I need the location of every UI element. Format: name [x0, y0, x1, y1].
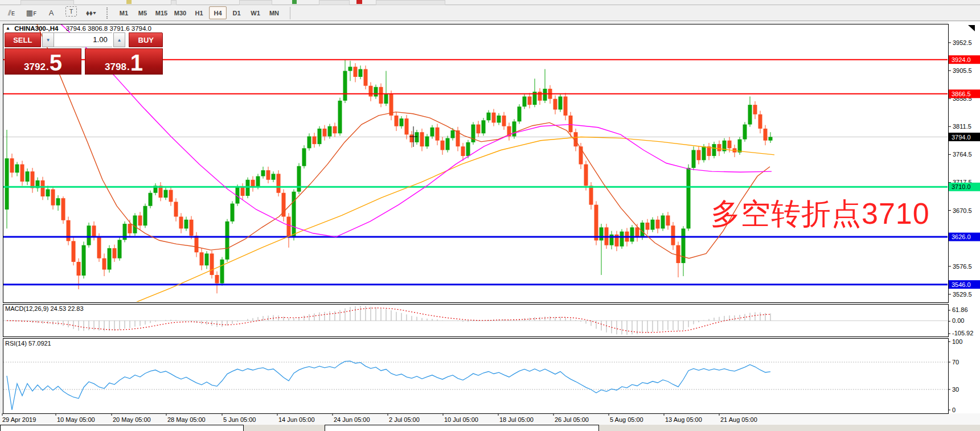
collapse-triangle-icon[interactable]: ▲	[6, 26, 10, 31]
svg-text:26 Jul 05:00: 26 Jul 05:00	[555, 416, 589, 423]
svg-text:3924.0: 3924.0	[952, 56, 971, 63]
cropped-icon	[356, 0, 362, 4]
timeframe-M15[interactable]: M15	[153, 6, 170, 19]
svg-text:10 Jul 05:00: 10 Jul 05:00	[444, 416, 478, 423]
svg-text:3905.5: 3905.5	[953, 67, 972, 74]
timeframe-D1[interactable]: D1	[228, 6, 245, 19]
drawing-tools-group: ⫽ᴇ▦ꜰAT⬧⬧▾	[3, 6, 103, 20]
svg-text:3670.5: 3670.5	[953, 207, 972, 214]
svg-text:3576.5: 3576.5	[953, 263, 972, 270]
macd-values: 24.53 22.83	[50, 305, 83, 312]
ohlc-values: 3794.6 3806.8 3791.6 3794.0	[66, 25, 151, 32]
svg-text:28 May 05:00: 28 May 05:00	[167, 416, 206, 423]
sell-button[interactable]: SELL	[5, 32, 41, 47]
timeframe-H4[interactable]: H4	[209, 6, 227, 19]
svg-text:2 Jul 05:00: 2 Jul 05:00	[389, 416, 420, 423]
svg-text:-105.92: -105.92	[952, 330, 973, 336]
svg-text:0: 0	[952, 407, 956, 413]
upper-toolbar-cropped	[0, 0, 980, 5]
buy-price[interactable]: 3798 . 1	[85, 48, 163, 75]
timeframe-M5[interactable]: M5	[134, 6, 151, 19]
svg-text:3794.0: 3794.0	[952, 134, 971, 141]
svg-text:13 Aug 05:00: 13 Aug 05:00	[665, 416, 702, 423]
timeframe-MN[interactable]: MN	[265, 6, 283, 19]
svg-text:20 May 05:00: 20 May 05:00	[113, 416, 151, 423]
svg-text:61.86: 61.86	[952, 306, 968, 313]
macd-indicator-label: MACD(12,26,9) 24.53 22.83	[5, 305, 84, 312]
svg-text:3546.0: 3546.0	[952, 281, 971, 288]
buy-price-big: 1	[130, 54, 143, 72]
svg-text:10 May 05:00: 10 May 05:00	[57, 416, 95, 423]
svg-text:3626.0: 3626.0	[952, 233, 971, 240]
svg-text:5 Aug 05:00: 5 Aug 05:00	[610, 416, 643, 423]
down-arrow-icon: ▼	[46, 38, 50, 43]
text-icon[interactable]: T	[65, 6, 77, 17]
arrows-icon[interactable]: ⬧⬧▾	[83, 6, 99, 20]
rsi-values: 57.0921	[28, 340, 51, 347]
svg-text:30: 30	[952, 386, 959, 393]
sell-price-dot: .	[46, 62, 49, 72]
sell-price-big: 5	[50, 54, 62, 72]
svg-text:70: 70	[952, 359, 959, 366]
svg-text:18 Jul 05:00: 18 Jul 05:00	[499, 416, 534, 423]
macd-name: MACD(12,26,9)	[5, 305, 48, 312]
cropped-icon	[171, 0, 177, 5]
lower-windows-cropped	[0, 425, 980, 431]
timeframe-W1[interactable]: W1	[247, 6, 264, 19]
svg-text:21 Aug 05:00: 21 Aug 05:00	[720, 416, 757, 423]
volume-input[interactable]: 1.00	[54, 32, 112, 47]
svg-text:24 Jun 05:00: 24 Jun 05:00	[334, 416, 370, 423]
up-arrow-icon: ▲	[117, 38, 122, 43]
cropped-window-edge	[0, 425, 244, 431]
buy-price-dot: .	[127, 62, 130, 72]
svg-text:3952.5: 3952.5	[953, 39, 972, 46]
svg-text:100: 100	[952, 338, 962, 345]
buy-button[interactable]: BUY	[129, 32, 163, 47]
cropped-icon	[376, 0, 445, 5]
svg-text:3866.5: 3866.5	[952, 91, 971, 97]
cropped-icon	[239, 0, 272, 5]
cropped-icon	[292, 0, 297, 4]
timeframe-M1[interactable]: M1	[115, 6, 133, 19]
symbol-name: CHINA300-,H4	[14, 25, 58, 32]
fibonacci-retracement-icon[interactable]: ▦ꜰ	[23, 6, 39, 20]
svg-text:3529.5: 3529.5	[953, 291, 972, 298]
equidistant-channel-icon[interactable]: ⫽ᴇ	[3, 6, 19, 20]
svg-text:3811.5: 3811.5	[953, 123, 971, 130]
toolbar: ⫽ᴇ▦ꜰAT⬧⬧▾ M1M5M15M30H1H4D1W1MN	[0, 5, 980, 21]
sell-price[interactable]: 3792 . 5	[5, 48, 81, 75]
volume-decrease-button[interactable]: ▼	[42, 32, 55, 47]
one-click-trading-panel: SELL ▼ 1.00 ▲ BUY 3792 . 5 3798 . 1	[5, 32, 163, 75]
svg-text:29 Apr 2019: 29 Apr 2019	[2, 416, 36, 423]
cropped-icon	[319, 0, 350, 5]
svg-text:3764.5: 3764.5	[953, 151, 972, 158]
rsi-indicator-label: RSI(14) 57.0921	[5, 340, 51, 347]
toolbar-divider	[290, 7, 290, 19]
timeframes-group: M1M5M15M30H1H4D1W1MN	[115, 6, 284, 19]
chinese-annotation: 多空转折点3710	[711, 194, 930, 234]
volume-increase-button[interactable]: ▲	[113, 32, 126, 47]
timeframe-H1[interactable]: H1	[190, 6, 208, 19]
svg-text:5 Jun 05:00: 5 Jun 05:00	[223, 416, 256, 423]
cropped-icon	[20, 0, 74, 5]
chart-symbol-header: ▲ CHINA300-,H4 3794.6 3806.8 3791.6 3794…	[6, 25, 151, 32]
svg-text:3710.0: 3710.0	[952, 183, 971, 190]
rsi-name: RSI(14)	[5, 340, 27, 347]
cropped-window-edge	[325, 425, 599, 431]
svg-text:14 Jun 05:00: 14 Jun 05:00	[278, 416, 315, 423]
toolbar-drag-handle[interactable]	[106, 7, 110, 19]
mt4-terminal: ⫽ᴇ▦ꜰAT⬧⬧▾ M1M5M15M30H1H4D1W1MN 3952.5390…	[0, 0, 980, 431]
text-label-icon[interactable]: A	[43, 6, 59, 20]
sell-price-main: 3792	[24, 62, 46, 72]
buy-price-main: 3798	[105, 62, 126, 72]
svg-text:0.00: 0.00	[952, 317, 964, 324]
cropped-icon	[126, 0, 132, 4]
timeframe-M30[interactable]: M30	[171, 6, 189, 19]
